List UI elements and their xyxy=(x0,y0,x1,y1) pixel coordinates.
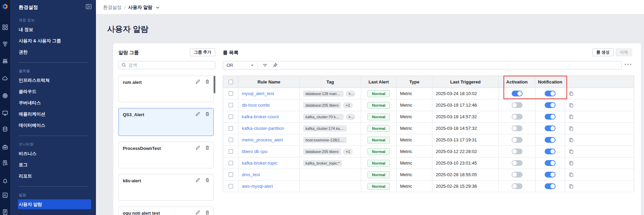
sidebar-item[interactable]: 클라우드 xyxy=(10,86,96,97)
edit-group-icon[interactable] xyxy=(195,210,200,215)
sidebar-item[interactable]: 리포트 xyxy=(10,170,96,182)
edit-group-icon[interactable] xyxy=(195,79,200,86)
bell-icon[interactable] xyxy=(2,178,8,184)
sidebar-item[interactable]: 권한 xyxy=(10,46,96,58)
copy-rule-icon[interactable] xyxy=(568,137,574,143)
report-search-icon[interactable] xyxy=(2,160,8,166)
kubernetes-icon[interactable] xyxy=(2,93,8,99)
notification-toggle[interactable] xyxy=(545,91,556,96)
row-checkbox[interactable] xyxy=(229,91,233,96)
activation-toggle[interactable] xyxy=(512,91,523,96)
document-icon[interactable] xyxy=(2,209,8,215)
tag-more-chip[interactable]: +1 xyxy=(343,102,353,108)
delete-group-icon[interactable] xyxy=(205,178,210,184)
filter-operator-select[interactable]: OR xyxy=(223,61,257,69)
tag-more-chip[interactable]: +3 xyxy=(346,91,355,97)
group-search-input[interactable] xyxy=(129,63,212,67)
row-checkbox[interactable] xyxy=(229,161,233,165)
row-checkbox[interactable] xyxy=(229,103,233,107)
database-icon[interactable] xyxy=(2,126,8,132)
more-options-icon[interactable] xyxy=(625,64,631,65)
filter-icon[interactable] xyxy=(262,63,268,68)
sidebar-item[interactable]: 데이터베이스 xyxy=(10,120,96,131)
briefcase-icon[interactable] xyxy=(2,144,8,150)
group-card[interactable]: rum alert xyxy=(118,76,214,102)
app-logo-icon[interactable] xyxy=(1,2,9,11)
sidebar-item[interactable]: 쿠버네티스 xyxy=(10,97,96,108)
chevron-down-icon[interactable] xyxy=(156,6,160,9)
row-checkbox[interactable] xyxy=(229,149,233,154)
select-all-checkbox[interactable] xyxy=(229,80,233,84)
notification-toggle[interactable] xyxy=(545,114,556,120)
notification-toggle[interactable] xyxy=(545,172,556,178)
sidebar-item[interactable]: 로그 xyxy=(10,159,96,170)
notification-toggle[interactable] xyxy=(545,160,556,166)
copy-rule-icon[interactable] xyxy=(568,114,574,120)
rule-name-link[interactable]: mysql_alert_test xyxy=(242,91,274,96)
activation-toggle[interactable] xyxy=(512,137,523,143)
row-checkbox[interactable] xyxy=(229,184,233,188)
activation-toggle[interactable] xyxy=(512,125,523,131)
rule-name-link[interactable]: db-host combi xyxy=(242,103,270,108)
tag-more-chip[interactable]: +1 xyxy=(346,114,355,120)
activation-toggle[interactable] xyxy=(512,172,523,178)
delete-group-icon[interactable] xyxy=(205,111,210,118)
sidebar-item[interactable]: 사용자 & 사용자 그룹 xyxy=(10,35,96,46)
activation-toggle[interactable] xyxy=(512,149,523,154)
rule-name-link[interactable]: tibero db cpu xyxy=(242,149,267,154)
hexagons-icon[interactable] xyxy=(2,41,8,47)
activation-toggle[interactable] xyxy=(512,114,523,120)
sidebar-collapse-icon[interactable] xyxy=(86,4,92,9)
activation-toggle[interactable] xyxy=(512,102,523,108)
row-checkbox[interactable] xyxy=(229,138,233,142)
breadcrumb-current[interactable]: 사용자 알람 xyxy=(128,4,152,11)
tag-more-chip[interactable]: +1 xyxy=(343,149,353,155)
cloud-icon[interactable] xyxy=(2,75,8,81)
edit-group-icon[interactable] xyxy=(195,178,200,184)
delete-group-icon[interactable] xyxy=(205,145,210,152)
group-card[interactable]: QS3_Alert xyxy=(118,108,214,136)
chart-icon[interactable] xyxy=(2,192,8,198)
monitor-icon[interactable] xyxy=(2,110,8,116)
group-card[interactable]: k8s-alert xyxy=(118,174,214,201)
add-group-button[interactable]: 그룹 추가 xyxy=(190,48,215,56)
edit-group-icon[interactable] xyxy=(195,145,200,152)
rule-name-link[interactable]: aws-mysql-alert xyxy=(242,184,273,189)
copy-rule-icon[interactable] xyxy=(568,184,574,189)
edit-group-icon[interactable] xyxy=(195,111,200,118)
notification-toggle[interactable] xyxy=(545,149,556,154)
notification-toggle[interactable] xyxy=(545,137,556,143)
copy-rule-icon[interactable] xyxy=(568,103,574,108)
sidebar-item[interactable]: 내 정보 xyxy=(10,24,96,35)
activation-toggle[interactable] xyxy=(512,160,523,166)
row-checkbox[interactable] xyxy=(229,114,233,119)
copy-rule-icon[interactable] xyxy=(568,91,574,96)
copy-rule-icon[interactable] xyxy=(568,149,574,154)
notification-toggle[interactable] xyxy=(545,125,556,131)
delete-group-icon[interactable] xyxy=(205,79,210,86)
notification-toggle[interactable] xyxy=(545,102,556,108)
create-rule-button[interactable]: 룰 생성 xyxy=(592,48,614,56)
copy-rule-icon[interactable] xyxy=(568,126,574,131)
activation-toggle[interactable] xyxy=(512,183,523,189)
rule-name-link[interactable]: kafka-broker-topic xyxy=(242,160,277,166)
rule-name-link[interactable]: kafka-broker-count xyxy=(242,114,279,119)
row-checkbox[interactable] xyxy=(229,172,233,177)
rule-name-link[interactable]: metric_process_alert xyxy=(242,137,283,142)
rule-name-link[interactable]: kafka-cluster-partition xyxy=(242,126,284,131)
grid-icon[interactable] xyxy=(2,24,8,30)
notification-toggle[interactable] xyxy=(545,183,556,189)
breadcrumb-root[interactable]: 환경설정 xyxy=(103,4,121,11)
stack-icon[interactable] xyxy=(2,58,8,64)
group-card[interactable]: ProcessDownTest xyxy=(118,142,214,168)
sidebar-item[interactable]: 사용자 알람 xyxy=(18,199,91,209)
delete-group-icon[interactable] xyxy=(205,210,210,215)
sidebar-item[interactable]: 비즈니스 xyxy=(10,148,96,159)
pin-icon[interactable] xyxy=(273,63,278,68)
rule-name-link[interactable]: dms_test xyxy=(242,172,260,177)
sidebar-item[interactable]: 인프라스트럭쳐 xyxy=(10,75,96,86)
group-list-scrollbar[interactable] xyxy=(214,76,215,93)
copy-rule-icon[interactable] xyxy=(568,160,574,166)
delete-rule-button[interactable]: 삭제 xyxy=(616,48,632,56)
copy-rule-icon[interactable] xyxy=(568,172,574,178)
